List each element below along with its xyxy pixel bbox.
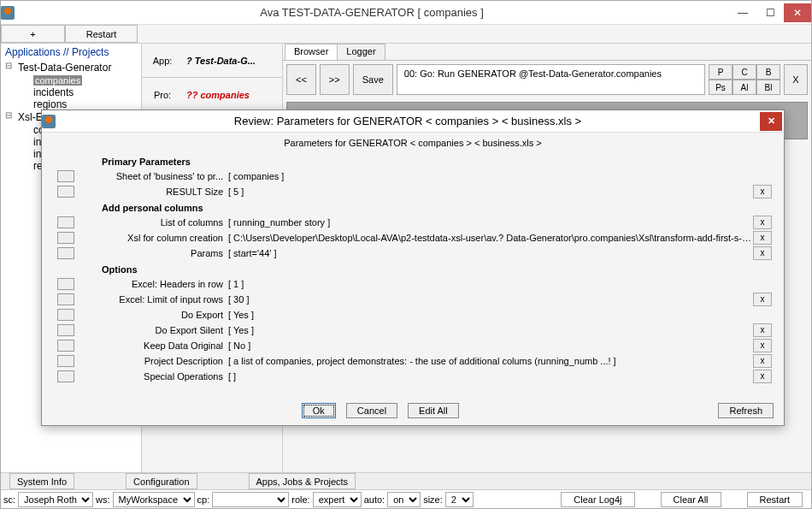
param-checkbox[interactable] [57,370,74,382]
size-select[interactable]: 2 [445,492,474,507]
cp-select[interactable] [212,492,289,507]
clear-log4j-button[interactable]: Clear Log4j [561,492,634,507]
status-bar: System Info Configuration Apps, Jobs & P… [1,472,811,489]
save-button[interactable]: Save [353,64,393,95]
dialog-subtitle: Parameters for GENERATOR < companies > <… [42,133,784,153]
nav-close-button[interactable]: X [784,64,808,95]
param-checkbox[interactable] [57,324,74,336]
shortcut-b[interactable]: B [756,64,780,80]
apps-jobs-button[interactable]: Apps, Jobs & Projects [249,473,356,489]
window-title: Ava TEST-DATA-GENERATOR [ companies ] [15,6,729,19]
role-select[interactable]: expert [313,492,362,507]
shortcut-al[interactable]: Al [733,80,756,95]
close-button[interactable]: ✕ [784,3,811,22]
system-info-button[interactable]: System Info [9,473,74,489]
tree-header: Applications // Projects [1,44,141,61]
app-value[interactable]: ? Test-Data-G... [183,56,282,66]
nav-forward-button[interactable]: >> [320,64,350,95]
param-remove-button[interactable]: x [753,354,772,368]
pro-label: Pro: [142,90,183,100]
dialog-close-button[interactable]: ✕ [760,112,782,131]
param-checkbox[interactable] [57,309,74,321]
dialog-title: Review: Parameters for GENERATOR < compa… [56,115,760,127]
maximize-button[interactable]: ☐ [756,3,784,22]
param-remove-button[interactable]: x [753,185,772,198]
shortcut-grid: P C B Ps Al Bl [709,64,780,95]
param-checkbox[interactable] [57,247,74,259]
param-remove-button[interactable]: x [753,293,772,306]
auto-select[interactable]: on [387,492,421,507]
pro-value[interactable]: ?? companies [183,90,282,100]
shortcut-ps[interactable]: Ps [709,80,733,95]
clear-all-button[interactable]: Clear All [661,492,721,507]
refresh-button[interactable]: Refresh [718,403,774,418]
titlebar: Ava TEST-DATA-GENERATOR [ companies ] — … [1,1,811,25]
param-remove-button[interactable]: x [753,231,772,245]
java-icon [1,6,15,20]
param-checkbox[interactable] [57,232,74,244]
param-checkbox[interactable] [57,216,74,228]
footer-bar: sc: Joseph Roth ws: MyWorkspace cp: role… [1,489,811,508]
param-checkbox[interactable] [57,170,74,182]
shortcut-c[interactable]: C [733,64,756,80]
param-remove-button[interactable]: x [753,339,772,352]
tree-item-companies[interactable]: companies [3,74,139,86]
param-checkbox[interactable] [57,340,74,352]
ok-button[interactable]: Ok [302,403,336,418]
java-icon [42,115,56,128]
add-button[interactable]: + [1,25,65,43]
tree-item[interactable]: incidents [3,86,139,98]
param-remove-button[interactable]: x [753,323,772,337]
param-remove-button[interactable]: x [753,216,772,229]
sc-select[interactable]: Joseph Roth [18,492,93,507]
tab-browser[interactable]: Browser [285,44,338,60]
section-options: Options [50,261,775,276]
edit-all-button[interactable]: Edit All [408,403,459,418]
minimize-button[interactable]: — [729,3,756,22]
tab-logger[interactable]: Logger [337,44,385,60]
shortcut-p[interactable]: P [709,64,733,80]
section-columns: Add personal columns [50,199,775,215]
shortcut-bl[interactable]: Bl [756,80,780,95]
section-primary: Primary Parameters [50,153,775,169]
configuration-button[interactable]: Configuration [126,473,197,489]
address-field[interactable]: 00: Go: Run GENERATOR @Test-Data-Generat… [397,64,705,95]
cancel-button[interactable]: Cancel [346,403,397,418]
tree-item[interactable]: regions [3,98,139,110]
param-checkbox[interactable] [57,355,74,367]
param-remove-button[interactable]: x [753,370,772,383]
param-checkbox[interactable] [57,186,74,198]
nav-back-button[interactable]: << [286,64,316,95]
app-label: App: [142,56,183,66]
footer-restart-button[interactable]: Restart [747,492,803,507]
toolbar: + Restart [1,25,811,44]
parameters-dialog: Review: Parameters for GENERATOR < compa… [41,109,785,426]
restart-button[interactable]: Restart [65,25,138,43]
ws-select[interactable]: MyWorkspace [113,492,195,507]
tree-node[interactable]: Test-Data-Generator [3,61,139,74]
param-checkbox[interactable] [57,278,74,290]
param-remove-button[interactable]: x [753,246,772,260]
param-checkbox[interactable] [57,293,74,305]
